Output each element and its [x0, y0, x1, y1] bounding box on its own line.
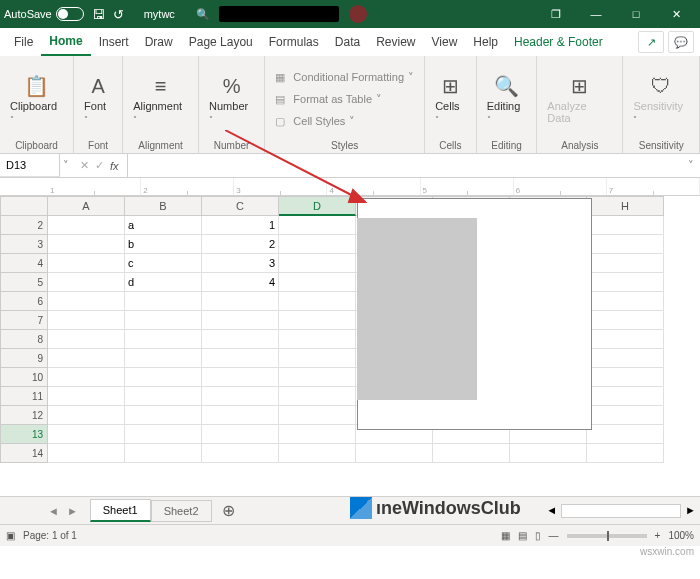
comments-button[interactable]: 💬 — [668, 31, 694, 53]
cell[interactable] — [279, 406, 356, 425]
cell[interactable] — [279, 273, 356, 292]
picture-object[interactable] — [357, 218, 477, 400]
row-header[interactable]: 2 — [0, 216, 48, 235]
fx-icon[interactable]: fx — [110, 160, 119, 172]
cell[interactable]: 2 — [202, 235, 279, 254]
cell[interactable] — [48, 311, 125, 330]
cell[interactable] — [125, 330, 202, 349]
col-header[interactable]: H — [587, 196, 664, 216]
tab-file[interactable]: File — [6, 28, 41, 56]
row-header[interactable]: 7 — [0, 311, 48, 330]
cell[interactable]: a — [125, 216, 202, 235]
new-sheet-button[interactable]: ⊕ — [212, 501, 245, 520]
row-header[interactable]: 6 — [0, 292, 48, 311]
cell[interactable] — [279, 292, 356, 311]
document-name[interactable]: mytwc — [144, 8, 175, 20]
cell[interactable] — [125, 425, 202, 444]
expand-formula-bar[interactable]: ˅ — [682, 159, 700, 172]
cell-styles-button[interactable]: ▢Cell Styles ˅ — [275, 112, 355, 131]
cell[interactable] — [202, 368, 279, 387]
cell[interactable] — [279, 349, 356, 368]
cell[interactable] — [356, 444, 433, 463]
cell[interactable] — [202, 444, 279, 463]
cells-button[interactable]: ⊞Cells — [431, 72, 470, 126]
cell[interactable] — [510, 444, 587, 463]
sheet-tab-active[interactable]: Sheet1 — [90, 499, 151, 522]
tab-header-footer[interactable]: Header & Footer — [506, 28, 611, 56]
cell[interactable]: 4 — [202, 273, 279, 292]
cell[interactable] — [587, 273, 664, 292]
user-avatar[interactable] — [349, 5, 367, 23]
cell[interactable] — [279, 254, 356, 273]
close-button[interactable]: ✕ — [656, 0, 696, 28]
save-icon[interactable]: 🖫 — [92, 7, 105, 22]
scroll-left-icon[interactable]: ◄ — [546, 504, 557, 518]
cell[interactable] — [587, 444, 664, 463]
maximize-button[interactable]: □ — [616, 0, 656, 28]
normal-view-icon[interactable]: ▦ — [501, 530, 510, 541]
tab-review[interactable]: Review — [368, 28, 423, 56]
cell[interactable] — [125, 387, 202, 406]
record-macro-icon[interactable]: ▣ — [6, 530, 15, 541]
cell[interactable] — [48, 273, 125, 292]
tab-draw[interactable]: Draw — [137, 28, 181, 56]
col-header[interactable]: A — [48, 196, 125, 216]
cell[interactable] — [202, 311, 279, 330]
tab-nav-next[interactable]: ► — [67, 505, 78, 517]
zoom-slider[interactable] — [567, 534, 647, 538]
cell[interactable] — [587, 330, 664, 349]
editing-button[interactable]: 🔍Editing — [483, 72, 531, 126]
cell[interactable] — [587, 387, 664, 406]
cell[interactable] — [279, 311, 356, 330]
cell[interactable]: d — [125, 273, 202, 292]
cell[interactable] — [48, 425, 125, 444]
cell[interactable] — [48, 254, 125, 273]
cell[interactable] — [202, 387, 279, 406]
page-layout-view-icon[interactable]: ▤ — [518, 530, 527, 541]
cell[interactable] — [48, 444, 125, 463]
name-box-dropdown[interactable]: ˅ — [60, 159, 72, 172]
search-icon[interactable]: 🔍 — [195, 8, 211, 21]
cell[interactable] — [48, 235, 125, 254]
cell[interactable]: 3 — [202, 254, 279, 273]
zoom-out-icon[interactable]: — — [549, 530, 559, 541]
toggle-switch[interactable] — [56, 7, 84, 21]
row-header[interactable]: 13 — [0, 425, 48, 444]
cell[interactable] — [125, 311, 202, 330]
cell[interactable] — [48, 406, 125, 425]
cell[interactable] — [48, 387, 125, 406]
cell[interactable] — [279, 387, 356, 406]
cell[interactable] — [587, 368, 664, 387]
tab-insert[interactable]: Insert — [91, 28, 137, 56]
share-button[interactable]: ↗ — [638, 31, 664, 53]
tab-nav-prev[interactable]: ◄ — [48, 505, 59, 517]
scroll-right-icon[interactable]: ► — [685, 504, 696, 518]
sensitivity-button[interactable]: 🛡Sensitivity — [629, 73, 693, 126]
page-break-view-icon[interactable]: ▯ — [535, 530, 541, 541]
cell[interactable] — [125, 349, 202, 368]
cell[interactable] — [202, 425, 279, 444]
cell[interactable] — [48, 216, 125, 235]
cell[interactable] — [202, 349, 279, 368]
col-header[interactable]: B — [125, 196, 202, 216]
undo-icon[interactable]: ↺ — [113, 7, 124, 22]
row-header[interactable]: 8 — [0, 330, 48, 349]
tab-view[interactable]: View — [424, 28, 466, 56]
cell[interactable] — [125, 406, 202, 425]
autosave-toggle[interactable]: AutoSave — [4, 7, 84, 21]
number-button[interactable]: %Number — [205, 73, 258, 126]
enter-icon[interactable]: ✓ — [95, 159, 104, 172]
cell[interactable] — [125, 368, 202, 387]
cell[interactable] — [125, 444, 202, 463]
format-as-table-button[interactable]: ▤Format as Table ˅ — [275, 90, 382, 109]
cell[interactable] — [279, 368, 356, 387]
alignment-button[interactable]: ≡Alignment — [129, 73, 192, 126]
cell[interactable] — [587, 425, 664, 444]
cell[interactable] — [125, 292, 202, 311]
cell[interactable]: c — [125, 254, 202, 273]
cancel-icon[interactable]: ✕ — [80, 159, 89, 172]
cell[interactable] — [587, 254, 664, 273]
zoom-level[interactable]: 100% — [668, 530, 694, 541]
cell[interactable] — [587, 235, 664, 254]
cell[interactable] — [279, 425, 356, 444]
